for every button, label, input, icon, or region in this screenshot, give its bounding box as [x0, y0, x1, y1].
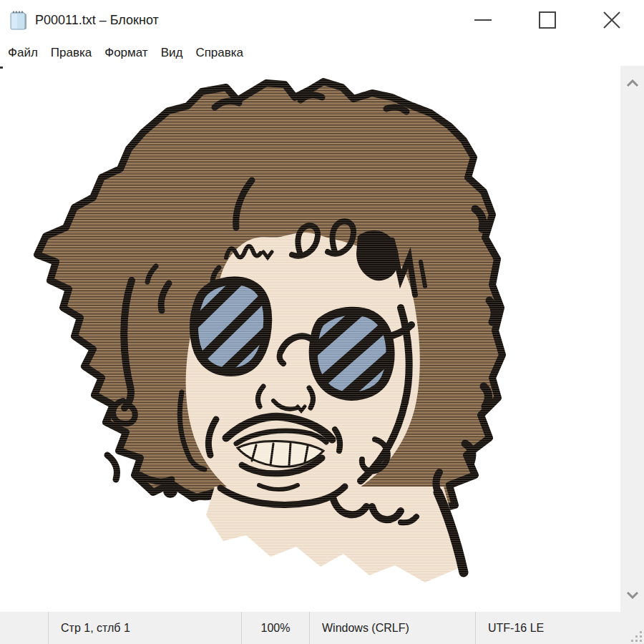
menu-view[interactable]: Вид — [155, 43, 190, 63]
window-controls — [451, 0, 644, 40]
close-button[interactable] — [580, 0, 644, 40]
artwork-portrait — [0, 66, 620, 612]
scroll-up-button[interactable] — [620, 70, 644, 96]
vertical-scrollbar[interactable] — [620, 66, 644, 612]
editor-text-area[interactable] — [0, 66, 620, 612]
menu-file[interactable]: Файл — [1, 43, 44, 63]
status-cursor-position: Стр 1, стлб 1 — [49, 612, 242, 644]
status-encoding: UTF-16 LE — [476, 612, 644, 644]
chevron-down-icon — [626, 591, 639, 599]
minimize-icon — [472, 9, 494, 31]
maximize-icon — [537, 9, 558, 31]
title-bar: P00011.txt – Блокнот — [0, 0, 644, 40]
chevron-up-icon — [626, 79, 639, 87]
resize-grip[interactable] — [630, 630, 642, 642]
menu-help[interactable]: Справка — [189, 43, 250, 63]
close-icon — [601, 9, 623, 31]
status-zoom-level: 100% — [242, 612, 310, 644]
status-spacer — [0, 612, 49, 644]
window-title: P00011.txt – Блокнот — [35, 13, 159, 28]
menu-format[interactable]: Формат — [98, 43, 154, 63]
status-bar: Стр 1, стлб 1 100% Windows (CRLF) UTF-16… — [0, 612, 644, 644]
scroll-down-button[interactable] — [620, 582, 644, 608]
status-line-ending: Windows (CRLF) — [310, 612, 476, 644]
menu-bar: Файл Правка Формат Вид Справка — [0, 40, 644, 66]
notepad-icon — [9, 9, 28, 31]
maximize-button[interactable] — [515, 0, 580, 40]
notepad-window: { "window": { "title": "P00011.txt – Бло… — [0, 0, 644, 644]
minimize-button[interactable] — [451, 0, 515, 40]
menu-edit[interactable]: Правка — [44, 43, 98, 63]
